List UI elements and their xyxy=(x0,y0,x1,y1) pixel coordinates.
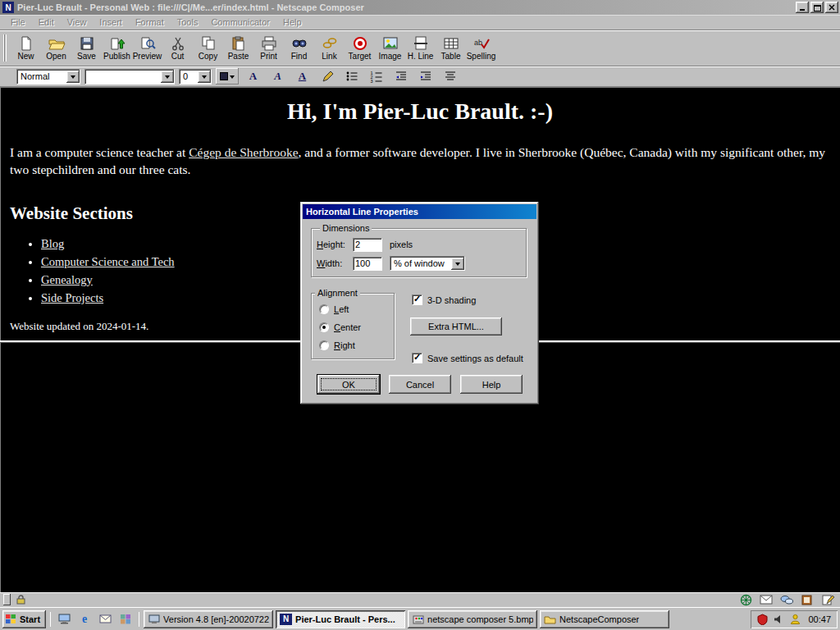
font-name-select[interactable] xyxy=(84,69,175,84)
menu-edit[interactable]: Edit xyxy=(32,16,61,30)
toolbar-print-button[interactable]: Print xyxy=(253,32,284,64)
menu-view[interactable]: View xyxy=(61,16,94,30)
task-netscapecomposer-folder[interactable]: NetscapeComposer xyxy=(540,610,669,628)
address-book-component-button[interactable] xyxy=(798,594,816,606)
width-unit-value: % of window xyxy=(394,258,451,268)
radio-left-label: Left xyxy=(334,304,349,314)
taskbar-divider xyxy=(139,612,139,627)
quicklaunch-outlook-mail[interactable] xyxy=(96,611,114,628)
numbered-list-button[interactable]: 123 xyxy=(366,68,386,84)
close-button[interactable] xyxy=(825,2,838,13)
quicklaunch-internet-explorer[interactable] xyxy=(75,611,94,628)
underline-button[interactable] xyxy=(292,68,313,84)
link-chain-icon xyxy=(321,36,339,51)
dialog-titlebar[interactable]: Horizontal Line Properties xyxy=(303,204,536,219)
width-input[interactable] xyxy=(353,257,382,271)
help-button[interactable]: Help xyxy=(460,375,523,394)
toolbar-find-button[interactable]: Find xyxy=(284,32,314,64)
bold-button[interactable] xyxy=(243,68,263,84)
svg-text:3: 3 xyxy=(370,79,372,83)
chevron-down-icon xyxy=(198,71,211,83)
toolbar-cut-button[interactable]: Cut xyxy=(162,32,193,64)
remove-styles-button[interactable] xyxy=(317,68,337,84)
toolbar-new-button[interactable]: New xyxy=(11,32,41,64)
bullet-list-button[interactable] xyxy=(341,68,362,84)
toolbar-paste-button[interactable]: Paste xyxy=(223,32,253,64)
dimensions-legend: Dimensions xyxy=(320,223,372,233)
quicklaunch-channels[interactable] xyxy=(116,611,135,628)
menu-format[interactable]: Format xyxy=(129,16,171,30)
width-unit-select[interactable]: % of window xyxy=(390,256,465,271)
link-genealogy[interactable]: Genealogy xyxy=(41,273,93,286)
start-button[interactable]: Start xyxy=(2,610,46,628)
intro-text-before: I am a computer science teacher at xyxy=(10,145,189,159)
toolbar-copy-button[interactable]: Copy xyxy=(193,32,223,64)
toolbar-grip[interactable] xyxy=(3,34,7,62)
3d-shading-checkbox[interactable]: 3-D shading xyxy=(412,294,476,305)
security-lock-button[interactable] xyxy=(13,594,28,605)
user-icon[interactable] xyxy=(788,613,801,626)
toolbar-target-button[interactable]: Target xyxy=(345,32,375,64)
radio-right[interactable]: Right xyxy=(319,340,394,350)
alignment-legend: Alignment xyxy=(315,288,360,298)
save-settings-default-checkbox[interactable]: Save settings as default xyxy=(412,353,523,363)
minimize-button[interactable] xyxy=(796,2,809,13)
cancel-button[interactable]: Cancel xyxy=(389,375,451,394)
task-pier-luc-brault-composer[interactable]: Pier-Luc Brault - Pers... xyxy=(276,610,405,628)
paragraph-style-value: Normal xyxy=(21,71,66,81)
window-titlebar[interactable]: Pier-Luc Brault - Personal Web : file://… xyxy=(0,0,840,15)
toolbar-open-button[interactable]: Open xyxy=(41,32,71,64)
paragraph-style-select[interactable]: Normal xyxy=(16,69,80,84)
font-size-select[interactable]: 0 xyxy=(179,69,212,84)
menu-communicator[interactable]: Communicator xyxy=(204,16,276,30)
inbox-component-button[interactable] xyxy=(757,594,775,606)
link-cegep-de-sherbrooke[interactable]: Cégep de Sherbrooke xyxy=(189,145,298,159)
menu-insert[interactable]: Insert xyxy=(93,16,129,30)
toolbar-preview-button[interactable]: Preview xyxy=(132,32,162,64)
toolbar-table-button[interactable]: Table xyxy=(436,32,466,64)
spelling-check-icon: ab xyxy=(472,36,491,51)
save-settings-default-label: Save settings as default xyxy=(427,354,523,363)
outlook-mail-icon xyxy=(99,614,112,623)
current-color-swatch xyxy=(220,72,228,80)
quicklaunch-show-desktop[interactable] xyxy=(55,611,73,628)
radio-center[interactable]: Center xyxy=(319,322,394,332)
task-version-installer[interactable]: Version 4.8 [en]-20020722... xyxy=(144,610,273,628)
link-blog[interactable]: Blog xyxy=(41,237,64,250)
menu-bar: File Edit View Insert Format Tools Commu… xyxy=(0,15,840,30)
italic-button[interactable] xyxy=(267,68,288,84)
chevron-down-icon xyxy=(230,75,235,81)
link-computer-science-and-tech[interactable]: Computer Science and Tech xyxy=(41,255,175,268)
increase-indent-button[interactable] xyxy=(415,68,436,84)
page-heading: Hi, I'm Pier-Luc Brault. :-) xyxy=(0,98,840,125)
menu-tools[interactable]: Tools xyxy=(171,16,205,30)
ok-button[interactable]: OK xyxy=(317,375,380,394)
composer-component-button[interactable] xyxy=(819,594,837,606)
component-bar-handle[interactable] xyxy=(3,594,11,605)
volume-icon[interactable] xyxy=(772,613,785,626)
toolbar-save-button[interactable]: Save xyxy=(71,32,102,64)
font-color-picker[interactable] xyxy=(216,68,239,84)
radio-left[interactable]: Left xyxy=(319,304,394,314)
toolbar-image-button[interactable]: Image xyxy=(375,32,405,64)
task-netscape-composer-bmp[interactable]: netscape composer 5.bmp... xyxy=(408,610,537,628)
menu-help[interactable]: Help xyxy=(276,16,308,30)
navigator-component-button[interactable] xyxy=(737,594,755,606)
folder-icon xyxy=(544,614,556,625)
toolbar-hline-button[interactable]: H. Line xyxy=(405,32,436,64)
antivirus-icon[interactable] xyxy=(756,613,769,626)
toolbar-link-button[interactable]: Link xyxy=(314,32,345,64)
menu-file[interactable]: File xyxy=(4,16,32,30)
height-input[interactable] xyxy=(353,238,382,252)
alignment-button[interactable] xyxy=(440,68,460,84)
toolbar-spelling-button[interactable]: ab Spelling xyxy=(466,32,496,64)
extra-html-button[interactable]: Extra HTML... xyxy=(410,317,502,336)
decrease-indent-button[interactable] xyxy=(390,68,411,84)
maximize-button[interactable] xyxy=(810,2,824,13)
newsgroups-component-button[interactable] xyxy=(778,594,796,606)
status-bar xyxy=(0,592,840,607)
quill-pen-icon xyxy=(321,70,334,83)
decrease-indent-icon xyxy=(395,70,408,83)
toolbar-publish-button[interactable]: Publish xyxy=(102,32,132,64)
link-side-projects[interactable]: Side Projects xyxy=(41,291,103,304)
